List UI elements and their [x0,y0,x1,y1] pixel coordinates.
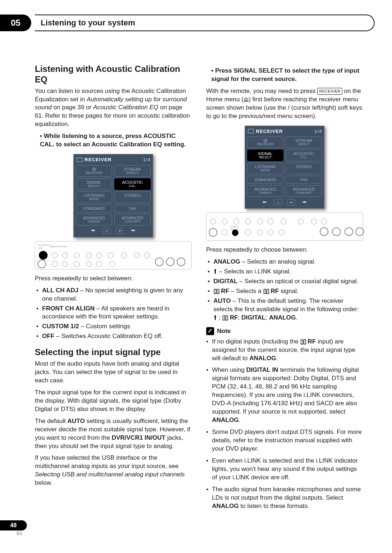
paragraph: You can listen to sources using the Acou… [35,87,192,129]
paragraph: The default AUTO setting is usually suff… [35,417,192,451]
page-number: 48 [0,520,27,530]
section-heading: Listening with Acoustic Calibration EQ [35,64,192,85]
paragraph: Press repeatedly to select between: [35,275,192,283]
option-list: ALL CH ADJ – No special weighting is giv… [35,286,192,341]
option-item: ANALOG – Selects an analog signal. [213,258,363,266]
option-item: DIGITAL – Selects an optical or coaxial … [213,277,363,286]
option-item: ▯▯ RF – Selects a ▯▯ RF signal. [213,287,363,296]
option-list: ANALOG – Selects an analog signal. – Sel… [206,258,363,322]
home-icon [244,96,249,103]
note-item: If no digital inputs (including the ▯▯ R… [206,338,363,363]
option-item: ALL CH ADJ – No special weighting is giv… [42,286,192,303]
svg-rect-1 [215,271,216,274]
option-item: AUTO – This is the default setting. The … [213,297,363,322]
page-language: En [17,530,27,536]
svg-point-0 [215,269,216,271]
receiver-menu-screenshot: RECEIVER1/4⏻RECEIVERSTREAMDIRECTSIGNALSE… [73,154,153,237]
text: With the remote, you may need to press [206,88,317,94]
paragraph: Most of the audio inputs have both analo… [35,360,192,385]
chapter-title: Listening to your system [35,15,375,31]
note-item: Even when i.LINK is selected and the i.L… [206,457,363,482]
right-column: Press SIGNAL SELECT to select the type o… [206,64,363,514]
note-item: Some DVD players don't output DTS signal… [206,428,363,453]
option-item: OFF – Switches Acoustic Calibration EQ o… [42,332,192,341]
dolby-digital-icon: ▯▯ [263,287,269,296]
option-item: FRONT CH ALIGN – All speakers are heard … [42,305,192,321]
text: below. [35,479,52,486]
option-item: – Selects an i.LINK signal. [213,268,363,276]
instruction-step: Press SIGNAL SELECT to select the type o… [206,67,363,84]
section-heading: Selecting the input signal type [35,347,192,358]
ilink-icon [213,268,217,275]
left-column: Listening with Acoustic Calibration EQ Y… [35,64,192,514]
text-bold: AUTO [68,418,85,424]
instruction-step: While listening to a source, press ACOUS… [35,132,192,149]
dolby-digital-icon: ▯▯ [213,287,219,296]
ref-italic: Acoustic Calibration EQ [93,104,159,111]
page-footer: 48 En [0,520,27,536]
chapter-number-badge: 05 [0,15,31,31]
dolby-digital-icon: ▯▯ [222,314,228,322]
note-heading: Note [206,327,363,336]
text-bold: DVR/VCR1 IN/OUT [112,434,166,441]
text: The default [35,418,68,424]
paragraph: Press repeatedly to choose between: [206,246,363,254]
ref-italic: Selecting USB and multichannel analog in… [35,471,185,478]
text: / [288,104,291,111]
paragraph: With the remote, you may need to press R… [206,87,363,121]
note-list: If no digital inputs (including the ▯▯ R… [206,338,363,511]
page-header: 05 Listening to your system [0,15,375,31]
note-item: The audio signal from karaoke microphone… [206,485,363,511]
svg-rect-3 [215,317,216,320]
receiver-menu-screenshot: RECEIVER1/4⏻RECEIVERSTREAMDIRECTSIGNALSE… [245,126,324,209]
svg-point-2 [215,315,216,317]
option-item: CUSTOM 1/2 – Custom settings [42,322,192,331]
dolby-digital-icon: ▯▯ [300,338,306,346]
paragraph: If you have selected the USB interface o… [35,454,192,487]
ilink-icon [213,314,217,321]
note-label: Note [217,327,231,336]
text: If you have selected the USB interface o… [35,454,179,469]
paragraph: The input signal type for the current in… [35,389,192,414]
note-item: When using DIGITAL IN terminals the foll… [206,366,363,424]
front-panel-diagram: ACOUSTICCAL. MIDNIGHT TONE [35,241,192,269]
receiver-button-icon: RECEIVER [317,88,342,95]
note-icon [206,327,214,335]
front-panel-diagram: SIGNALSELECT [206,212,363,241]
text: on page 39 or [53,104,93,111]
